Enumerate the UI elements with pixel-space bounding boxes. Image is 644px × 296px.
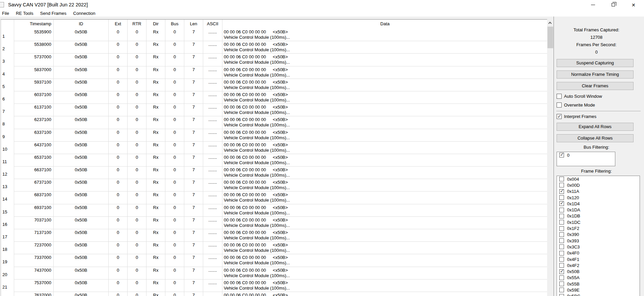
table-row[interactable]: 14 6837100 0x50B 0 0 Rx 0 7 ....... 00 0…	[1, 191, 547, 204]
filter-item-0x120[interactable]: ✓ 0x120	[557, 195, 640, 201]
cell-ascii: .......	[203, 29, 222, 41]
check-icon: ✓	[560, 188, 564, 194]
data-interpretation-line: Vehicle Control Module (100ms)...	[224, 173, 546, 178]
minimize-button[interactable]	[585, 0, 601, 10]
cell-id: 0x50B	[53, 229, 108, 242]
table-row[interactable]: 17 7137100 0x50B 0 0 Rx 0 7 ....... 00 0…	[1, 229, 547, 242]
column-header-dir[interactable]: Dir	[146, 20, 165, 29]
table-row[interactable]: 13 6737100 0x50B 0 0 Rx 0 7 ....... 00 0…	[1, 179, 547, 191]
filter-item-0x1DB[interactable]: ✓ 0x1DB	[557, 213, 640, 219]
cell-ascii: .......	[203, 129, 222, 142]
table-row[interactable]: 18 7237000 0x50B 0 0 Rx 0 7 ....... 00 0…	[1, 242, 547, 254]
row-number: 18	[2, 247, 12, 252]
normalize-frame-timing-button[interactable]: Normalize Frame Timing	[557, 70, 634, 79]
cell-bus: 0	[165, 66, 184, 79]
table-row[interactable]: 4 5837000 0x50B 0 0 Rx 0 7 ....... 00 00…	[1, 66, 547, 79]
interpret-frames-checkbox[interactable]: ✓ Interpret Frames	[557, 114, 596, 119]
scrollbar-up-button[interactable]	[547, 20, 554, 26]
table-row[interactable]: 12 6637100 0x50B 0 0 Rx 0 7 ....... 00 0…	[1, 167, 547, 179]
filter-label: 0x1DC	[567, 220, 581, 225]
menu-item-send-frames[interactable]: Send Frames	[37, 10, 70, 16]
cell-bus: 0	[165, 279, 184, 292]
table-row[interactable]: 1 5535900 0x50B 0 0 Rx 0 7 ....... 00 00…	[1, 29, 547, 41]
menu-item-re-tools[interactable]: RE Tools	[12, 10, 37, 16]
cell-len: 7	[184, 279, 203, 292]
column-header-rtr[interactable]: RTR	[127, 20, 146, 29]
table-row[interactable]: 3 5737000 0x50B 0 0 Rx 0 7 ....... 00 00…	[1, 54, 547, 66]
cell-len: 7	[184, 191, 203, 204]
column-header-ext[interactable]: Ext	[108, 20, 127, 29]
cell-ascii: .......	[203, 142, 222, 154]
column-header-len[interactable]: Len	[184, 20, 203, 29]
cell-ext: 0	[108, 91, 127, 104]
expand-all-rows-button[interactable]: Expand All Rows	[557, 123, 634, 131]
table-row[interactable]: 10 6437100 0x50B 0 0 Rx 0 7 ....... 00 0…	[1, 142, 547, 154]
column-header-bus[interactable]: Bus	[165, 20, 184, 29]
filter-item-0x4F2[interactable]: ✓ 0x4F2	[557, 262, 640, 268]
cell-data: 00 00 06 C0 00 00 00<x50B> Vehicle Contr…	[222, 242, 546, 254]
suspend-capturing-button[interactable]: Suspend Capturing	[557, 59, 634, 67]
cell-id: 0x50B	[53, 154, 108, 167]
table-row[interactable]: 20 7437000 0x50B 0 0 Rx 0 7 ....... 00 0…	[1, 267, 547, 279]
filter-item-0x390[interactable]: ✓ 0x390	[557, 232, 640, 238]
restore-button[interactable]	[606, 0, 621, 10]
filter-item-0x1DA[interactable]: ✓ 0x1DA	[557, 207, 640, 213]
table-row[interactable]: 22 7637000 0x50B 0 0 Rx 0 7 ....... 00 0…	[1, 292, 547, 296]
auto-scroll-checkbox[interactable]: ✓ Auto Scroll Window	[557, 94, 602, 99]
filter-item-0[interactable]: ✓ 0	[557, 152, 615, 158]
cell-dir: Rx	[146, 167, 165, 179]
table-row[interactable]: 6 6037100 0x50B 0 0 Rx 0 7 ....... 00 00…	[1, 91, 547, 104]
cell-rtr: 0	[127, 66, 146, 79]
filter-item-0x1D4[interactable]: ✓ 0x1D4	[557, 201, 640, 207]
fps-value: 0	[557, 50, 636, 55]
table-row[interactable]: 21 7537000 0x50B 0 0 Rx 0 7 ....... 00 0…	[1, 279, 547, 292]
filter-item-0x11A[interactable]: ✓ 0x11A	[557, 188, 640, 195]
cell-ext: 0	[108, 167, 127, 179]
column-header-id[interactable]: ID	[53, 20, 108, 29]
filter-item-0x004[interactable]: ✓ 0x004	[557, 176, 640, 182]
filter-item-0x50B[interactable]: ✓ 0x50B	[557, 268, 640, 274]
table-row[interactable]: 11 6537100 0x50B 0 0 Rx 0 7 ....... 00 0…	[1, 154, 547, 167]
cell-ascii: .......	[203, 79, 222, 91]
overwrite-mode-checkbox[interactable]: ✓ Overwrite Mode	[557, 102, 595, 108]
table-row[interactable]: 7 6137100 0x50B 0 0 Rx 0 7 ....... 00 00…	[1, 104, 547, 116]
column-header-ascii[interactable]: ASCII	[203, 20, 222, 29]
table-row[interactable]: 15 6937100 0x50B 0 0 Rx 0 7 ....... 00 0…	[1, 204, 547, 217]
collapse-all-rows-button[interactable]: Collapse All Rows	[557, 134, 634, 142]
filter-item-0x5BC[interactable]: ✓ 0x5BC	[557, 293, 640, 296]
fps-label: Frames Per Second:	[557, 42, 636, 47]
cell-data: 00 00 06 C0 00 00 00<x50B> Vehicle Contr…	[222, 217, 546, 229]
cell-id: 0x50B	[53, 41, 108, 54]
filter-item-0x3C3[interactable]: ✓ 0x3C3	[557, 244, 640, 250]
clear-frames-button[interactable]: Clear Frames	[557, 82, 634, 90]
column-header-timestamp[interactable]: Timestamp	[14, 20, 53, 29]
table-row[interactable]: 9 6337100 0x50B 0 0 Rx 0 7 ....... 00 00…	[1, 129, 547, 142]
table-row[interactable]: 2 5538000 0x50B 0 0 Rx 0 7 ....... 00 00…	[1, 41, 547, 54]
filter-item-0x1F2[interactable]: ✓ 0x1F2	[557, 225, 640, 231]
menu-item-connection[interactable]: Connection	[70, 10, 99, 16]
filter-item-0x1DC[interactable]: ✓ 0x1DC	[557, 219, 640, 225]
data-interpretation-line: Vehicle Control Module (100ms)...	[224, 260, 546, 266]
table-row[interactable]: 19 7337000 0x50B 0 0 Rx 0 7 ....... 00 0…	[1, 254, 547, 267]
scrollbar-thumb[interactable]	[547, 27, 553, 48]
column-header-data[interactable]: Data	[222, 20, 546, 29]
filter-item-0x55A[interactable]: ✓ 0x55A	[557, 275, 640, 281]
data-hex-line: 00 00 06 C0 00 00 00<x50B>	[224, 117, 546, 122]
cell-ascii: .......	[203, 66, 222, 79]
table-row[interactable]: 5 5937100 0x50B 0 0 Rx 0 7 ....... 00 00…	[1, 79, 547, 91]
filter-item-0x00D[interactable]: ✓ 0x00D	[557, 182, 640, 188]
filter-item-0x4F0[interactable]: ✓ 0x4F0	[557, 250, 640, 256]
filter-item-0x393[interactable]: ✓ 0x393	[557, 238, 640, 244]
row-number: 6	[2, 96, 12, 101]
filter-item-0x59E[interactable]: ✓ 0x59E	[557, 287, 640, 293]
filter-item-0x55B[interactable]: ✓ 0x55B	[557, 281, 640, 287]
filter-item-0x4F1[interactable]: ✓ 0x4F1	[557, 256, 640, 262]
cell-ext: 0	[108, 104, 127, 116]
menu-item-file[interactable]: File	[0, 10, 12, 16]
table-scrollbar[interactable]	[547, 20, 554, 296]
cell-bus: 0	[165, 142, 184, 154]
table-row[interactable]: 16 7037100 0x50B 0 0 Rx 0 7 ....... 00 0…	[1, 217, 547, 229]
cell-len: 7	[184, 254, 203, 267]
table-row[interactable]: 8 6237100 0x50B 0 0 Rx 0 7 ....... 00 00…	[1, 116, 547, 129]
close-button[interactable]: ✕	[626, 0, 642, 10]
